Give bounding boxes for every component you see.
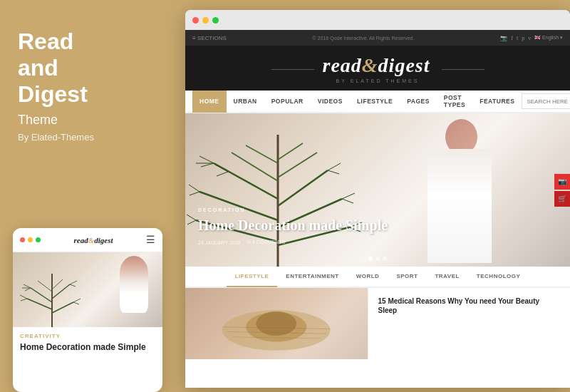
svg-line-13	[70, 284, 76, 287]
nav-item-pages[interactable]: PAGES	[400, 90, 437, 113]
twitter-icon[interactable]: t	[517, 35, 518, 41]
topbar-sections[interactable]: ≡ SECTIONS	[192, 35, 227, 41]
mobile-window-dots	[20, 237, 41, 242]
svg-line-31	[217, 172, 228, 176]
logo-divider-left	[271, 69, 314, 70]
svg-line-27	[200, 156, 214, 163]
tab-world[interactable]: WORLD	[348, 266, 388, 287]
browser-window: ≡ SECTIONS © 2016 Qode Interactive. All …	[185, 10, 570, 388]
left-panel: Read and Digest Theme By Elated-Themes r…	[0, 0, 175, 392]
nav-item-features[interactable]: FEATURES	[472, 90, 522, 113]
svg-line-7	[24, 284, 31, 288]
mobile-logo: read&digest	[73, 236, 113, 244]
search-input[interactable]	[522, 98, 570, 105]
hero-nav-dots	[368, 257, 387, 261]
svg-line-36	[328, 163, 341, 170]
pinterest-icon[interactable]: p	[522, 35, 524, 41]
svg-line-28	[201, 163, 214, 167]
svg-point-44	[256, 311, 296, 336]
nav-search[interactable]: 🔍	[522, 93, 570, 109]
tab-lifestyle[interactable]: LIFESTYLE	[227, 266, 278, 287]
mobile-hamburger-icon[interactable]: ☰	[146, 234, 155, 246]
nav-item-home[interactable]: HOME	[192, 90, 227, 113]
tab-technology[interactable]: TECHNOLOGY	[468, 266, 529, 287]
tab-travel[interactable]: TRAVEL	[426, 266, 467, 287]
chrome-dot-maximize[interactable]	[212, 17, 219, 24]
svg-line-5	[38, 281, 52, 292]
tab-entertainment[interactable]: ENTERTAINMENT	[277, 266, 347, 287]
svg-line-25	[246, 145, 278, 163]
mobile-plant-svg	[16, 259, 88, 327]
tab-sport[interactable]: SPORT	[388, 266, 426, 287]
svg-line-32	[189, 185, 200, 192]
article-right-title: 15 Medical Reasons Why You need Your Bea…	[378, 296, 561, 315]
svg-line-15	[73, 302, 79, 304]
article-right-content: 15 Medical Reasons Why You need Your Bea…	[368, 288, 571, 359]
nav-item-popular[interactable]: POPULAR	[264, 90, 311, 113]
nav-items: HOME URBAN POPULAR VIDEOS LIFESTYLE PAGE…	[192, 90, 522, 113]
svg-line-12	[70, 281, 77, 284]
svg-line-14	[73, 299, 81, 302]
hero-side-buttons: 📷 🛒	[554, 174, 570, 207]
logo-byline: BY ELATED THEMES	[185, 78, 570, 83]
hero-dot-1[interactable]	[368, 257, 373, 261]
nav-item-lifestyle[interactable]: LIFESTYLE	[350, 90, 400, 113]
facebook-icon[interactable]: f	[511, 35, 513, 41]
site-logo-text: read&digest	[323, 54, 436, 76]
logo-ampersand: &	[362, 54, 378, 76]
topbar-right: 📷 f t p v 🇬🇧 English ▾	[500, 35, 563, 41]
language-selector[interactable]: 🇬🇧 English ▾	[534, 35, 563, 41]
mobile-person-figure	[120, 256, 148, 313]
logo-divider-right	[442, 69, 484, 70]
mobile-preview: read&digest ☰	[13, 228, 162, 392]
chrome-dot-close[interactable]	[192, 17, 199, 24]
theme-byline: By Elated-Themes	[18, 132, 157, 143]
svg-line-33	[190, 192, 200, 195]
nav-item-urban[interactable]: URBAN	[227, 90, 264, 113]
svg-line-8	[25, 288, 31, 291]
mobile-header: read&digest ☰	[13, 228, 162, 252]
theme-title: Read and Digest	[18, 29, 157, 107]
hero-comments: ✉ 4 COMMENTS	[247, 239, 286, 245]
instagram-icon[interactable]: 📷	[500, 35, 507, 41]
svg-line-11	[21, 299, 27, 301]
svg-line-6	[52, 279, 63, 289]
hero-section: DECORATION Home Decoration made Simple 2…	[185, 113, 570, 267]
hero-meta: 24 JANUARY 2016 ✉ 4 COMMENTS	[198, 239, 557, 245]
svg-line-4	[52, 302, 73, 313]
hero-date: 24 JANUARY 2016	[198, 240, 241, 245]
theme-subtitle: Theme	[18, 113, 157, 128]
bottom-category-tabs: LIFESTYLE ENTERTAINMENT WORLD SPORT TRAV…	[185, 267, 570, 288]
dot-green	[36, 237, 41, 242]
hero-title: Home Decoration made Simple	[198, 217, 557, 234]
site-nav: HOME URBAN POPULAR VIDEOS LIFESTYLE PAGE…	[185, 91, 570, 113]
nav-item-videos[interactable]: VIDEOS	[311, 90, 350, 113]
site-logo-bar: read&digest BY ELATED THEMES	[185, 46, 570, 91]
nav-item-post-types[interactable]: POST TYPES	[437, 90, 472, 113]
dot-red	[20, 237, 25, 242]
hero-social-btn-2[interactable]: 🛒	[554, 191, 570, 207]
browser-chrome-bar	[185, 10, 570, 30]
topbar-copyright: © 2016 Qode Interactive. All Rights Rese…	[313, 36, 415, 41]
mobile-article-title: Home Decoration made Simple	[20, 342, 155, 354]
article-grid: 15 Medical Reasons Why You need Your Bea…	[185, 288, 570, 359]
mobile-article-content: CREATIVITY Home Decoration made Simple	[13, 327, 162, 359]
chrome-dot-minimize[interactable]	[202, 17, 209, 24]
svg-line-37	[328, 170, 339, 174]
hero-dot-2[interactable]	[375, 257, 380, 261]
hero-category: DECORATION	[198, 207, 557, 212]
vimeo-icon[interactable]: v	[528, 35, 531, 41]
article-left-image	[185, 288, 368, 359]
svg-line-17	[214, 163, 278, 199]
svg-line-10	[20, 295, 27, 299]
hero-social-btn-1[interactable]: 📷	[554, 174, 570, 190]
svg-line-26	[278, 143, 303, 160]
hero-dot-3[interactable]	[383, 257, 387, 261]
mobile-hero-image	[13, 252, 162, 327]
dot-yellow	[28, 237, 33, 242]
mobile-article-category: CREATIVITY	[20, 333, 155, 339]
site-logo[interactable]: read&digest	[185, 54, 570, 77]
site-topbar: ≡ SECTIONS © 2016 Qode Interactive. All …	[185, 30, 570, 46]
svg-line-30	[215, 165, 228, 172]
svg-line-1	[31, 288, 52, 302]
